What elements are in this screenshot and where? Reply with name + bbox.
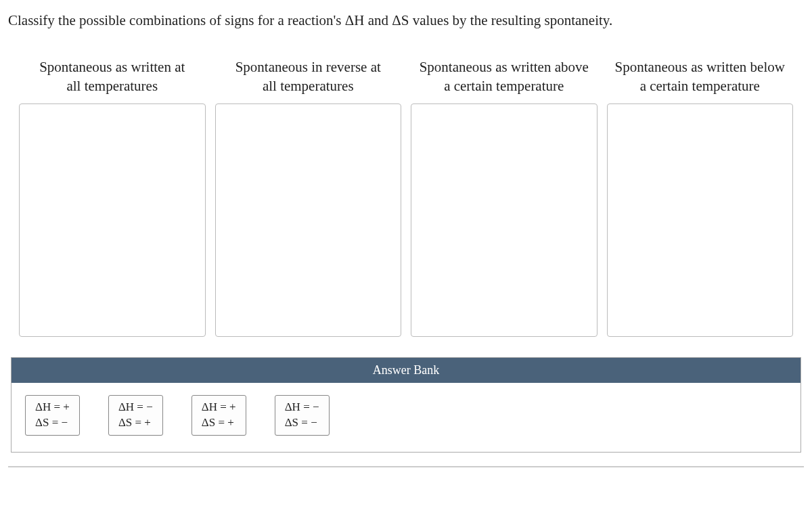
tile-2-dh: ΔH = + bbox=[202, 400, 236, 415]
tile-1-dh: ΔH = − bbox=[118, 400, 153, 415]
category-3: Spontaneous as written below a certain t… bbox=[607, 57, 794, 337]
tile-0-dh: ΔH = + bbox=[35, 400, 70, 415]
category-header-0-line1: Spontaneous as written at bbox=[39, 57, 185, 76]
tile-3-dh: ΔH = − bbox=[285, 400, 319, 415]
dropzone-1[interactable] bbox=[215, 103, 402, 337]
category-2: Spontaneous as written above a certain t… bbox=[411, 57, 597, 337]
category-header-2-line1: Spontaneous as written above bbox=[420, 57, 589, 76]
category-0: Spontaneous as written at all temperatur… bbox=[19, 57, 206, 337]
category-header-1-line2: all temperatures bbox=[235, 76, 381, 95]
category-header-1-line1: Spontaneous in reverse at bbox=[235, 57, 381, 76]
answer-bank-body: ΔH = + ΔS = − ΔH = − ΔS = + ΔH = + ΔS = … bbox=[12, 383, 800, 452]
category-header-2-line2: a certain temperature bbox=[420, 76, 589, 95]
bottom-rule bbox=[8, 466, 804, 467]
category-header-3-line2: a certain temperature bbox=[615, 76, 785, 95]
tile-2[interactable]: ΔH = + ΔS = + bbox=[191, 395, 246, 436]
category-header-2: Spontaneous as written above a certain t… bbox=[420, 57, 589, 99]
categories-row: Spontaneous as written at all temperatur… bbox=[8, 57, 804, 337]
tile-3[interactable]: ΔH = − ΔS = − bbox=[275, 395, 330, 436]
dropzone-0[interactable] bbox=[19, 103, 206, 337]
tile-2-ds: ΔS = + bbox=[202, 415, 236, 431]
category-header-3: Spontaneous as written below a certain t… bbox=[615, 57, 785, 99]
category-1: Spontaneous in reverse at all temperatur… bbox=[215, 57, 402, 337]
tile-0-ds: ΔS = − bbox=[35, 415, 70, 431]
category-header-1: Spontaneous in reverse at all temperatur… bbox=[235, 57, 381, 99]
tile-1-ds: ΔS = + bbox=[118, 415, 153, 431]
tile-1[interactable]: ΔH = − ΔS = + bbox=[108, 395, 163, 436]
category-header-0: Spontaneous as written at all temperatur… bbox=[39, 57, 185, 99]
tile-3-ds: ΔS = − bbox=[285, 415, 319, 431]
dropzone-2[interactable] bbox=[411, 103, 597, 337]
category-header-3-line1: Spontaneous as written below bbox=[615, 57, 785, 76]
dropzone-3[interactable] bbox=[607, 103, 794, 337]
answer-bank-header: Answer Bank bbox=[12, 358, 800, 383]
question-text: Classify the possible combinations of si… bbox=[8, 12, 804, 29]
answer-bank: Answer Bank ΔH = + ΔS = − ΔH = − ΔS = + … bbox=[11, 357, 801, 453]
category-header-0-line2: all temperatures bbox=[39, 76, 185, 95]
tile-0[interactable]: ΔH = + ΔS = − bbox=[25, 395, 80, 436]
